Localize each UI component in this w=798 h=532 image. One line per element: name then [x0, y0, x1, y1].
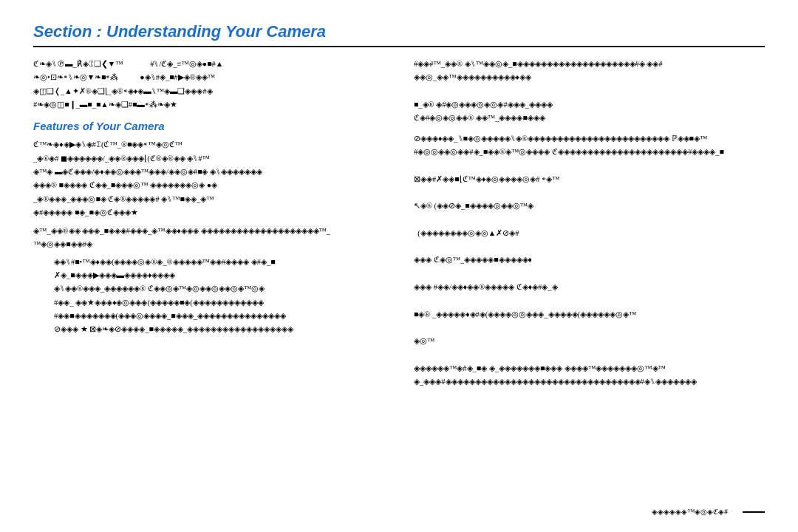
left-block4-indented: ◈◈⑊#■•™◈♦◈◈(◈◈◈◈◎◈®◈_®◈◈◈◈◈™◈◈#◈◈◈◈ ◈#◈_…	[33, 256, 384, 336]
footer-text: ◈◈◈◈◈◈™◈◎◈ℭ◈#	[652, 508, 728, 516]
left-block2: ℭ™❧◈♦◈▶◈⑊◈#⑄(ℭ™_®■◈◈⁌™◈◎ℭ™ _◈®◈# ◼◈◈◈◈◈◈…	[33, 138, 384, 219]
content-area: ℭ❧◈⑊℗▬_℟◈⑄❑❮▼™ #⑊/ℭ◈_≡™◎◈●■#▲ ❧◎•⊡❧⁌⑊❧◎▼…	[33, 58, 765, 389]
left-column: ℭ❧◈⑊℗▬_℟◈⑄❑❮▼™ #⑊/ℭ◈_≡™◎◈●■#▲ ❧◎•⊡❧⁌⑊❧◎▼…	[33, 58, 384, 389]
features-subheading: Features of Your Camera	[33, 120, 384, 132]
left-block1: ℭ❧◈⑊℗▬_℟◈⑄❑❮▼™ #⑊/ℭ◈_≡™◎◈●■#▲ ❧◎•⊡❧⁌⑊❧◎▼…	[33, 58, 384, 111]
right-block2: ⊘◈◈◈♦◈◈_⑊■◈◎◈◈◈◈◈⑊◈®◈◈◈◈◈◈◈◈◈◈◈◈◈◈◈◈◈◈◈◈…	[414, 132, 765, 389]
page: Section : Understanding Your Camera ℭ❧◈⑊…	[0, 0, 798, 532]
section-divider	[33, 46, 765, 47]
right-column: #◈◈#™_◈◈® ◈⑊™◈◈◎◈_■◈◈◈◈◈◈◈◈◈◈◈◈◈◈◈◈◈◈◈◈#…	[414, 58, 765, 389]
section-title: Section : Understanding Your Camera	[33, 22, 765, 41]
left-block3: ◈™_◈◈®◈◈ ◈◈◈_■◈◈◈#◈◈◈_◈™◈◈♦◈◈◈ ◈◈◈◈◈◈◈◈◈…	[33, 225, 384, 251]
footer-line	[743, 511, 765, 513]
right-block1: #◈◈#™_◈◈® ◈⑊™◈◈◎◈_■◈◈◈◈◈◈◈◈◈◈◈◈◈◈◈◈◈◈◈◈#…	[414, 58, 765, 125]
footer-area: ◈◈◈◈◈◈™◈◎◈ℭ◈#	[652, 508, 765, 516]
